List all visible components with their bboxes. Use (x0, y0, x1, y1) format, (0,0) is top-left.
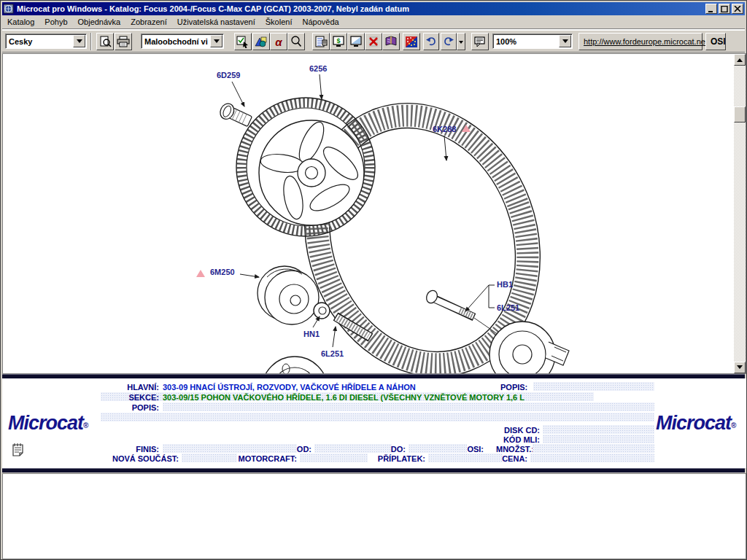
finis-label: FINIS: (97, 445, 159, 454)
nova-soucast-field (182, 454, 237, 462)
order-list-panel (2, 473, 746, 559)
parts-list-button[interactable] (312, 33, 330, 50)
microcat-url-button[interactable]: http://www.fordeurope.microcat.net (578, 33, 703, 50)
menu-bar: Katalog Pohyb Objednávka Zobrazení Uživa… (2, 15, 745, 29)
part-label-hn1[interactable]: HN1 (303, 330, 320, 338)
mnozst-field (533, 444, 654, 453)
view-select-value: Maloobchodní vi (142, 37, 210, 46)
part-label-6k288[interactable]: 6K288 (433, 125, 456, 133)
disk-cd-label: DISK CD: (469, 426, 540, 435)
toolbar: Cesky Maloobchodní vi α $ (2, 30, 745, 52)
timing-belt-diagram: 6D259 6256 6K288 6M250 HN1 6L251 HB1 6L2… (3, 54, 734, 373)
scroll-up-button[interactable] (734, 54, 746, 66)
alpha-icon: α (275, 36, 282, 48)
separator-bar (2, 468, 745, 472)
popis-field-2 (163, 402, 654, 411)
part-info-panel: HLAVNÍ: 303-09 HNACÍ ÚSTROJÍ, ROZVODY, V… (2, 378, 746, 468)
title-bar: Microcat pro Windows - Katalog: Focus 20… (2, 2, 745, 15)
select-pointer-button[interactable] (234, 33, 252, 50)
close-catalog-button[interactable] (365, 33, 382, 50)
menu-napoveda[interactable]: Nápověda (297, 15, 344, 28)
microcat-logo-left: Microcat® (8, 412, 88, 435)
scroll-down-button[interactable] (734, 362, 746, 373)
redo-button[interactable] (441, 33, 457, 50)
price-screen-button[interactable]: $ (330, 33, 347, 50)
arrow-up-icon (737, 55, 743, 62)
part-label-6m250[interactable]: 6M250 (210, 268, 235, 276)
maximize-button[interactable] (719, 4, 730, 14)
kod-mli-label: KÓD MLI: (469, 435, 540, 444)
book-button[interactable] (382, 33, 400, 50)
alpha-index-button[interactable]: α (270, 33, 287, 50)
search-button[interactable] (287, 33, 305, 50)
vertical-scrollbar[interactable] (734, 54, 746, 373)
popis-field-1 (533, 382, 654, 391)
part-label-6256[interactable]: 6256 (309, 64, 327, 73)
popis-label-2: POPIS: (97, 403, 159, 412)
app-window: Microcat pro Windows - Katalog: Focus 20… (0, 0, 747, 560)
zoom-select[interactable]: 100% (492, 34, 573, 49)
motorcraft-field (300, 454, 368, 462)
print-preview-button[interactable] (96, 33, 114, 50)
part-label-hb1[interactable]: HB1 (497, 280, 513, 289)
priplatek-label: PŘÍPLATEK: (367, 454, 425, 463)
toolbar-separator (90, 33, 92, 50)
close-button[interactable] (732, 4, 743, 14)
motorcraft-label: MOTORCRAFT: (233, 454, 297, 463)
menu-objednavka[interactable]: Objednávka (73, 15, 126, 28)
scrollbar-thumb[interactable] (734, 106, 746, 122)
kod-mli-field (543, 435, 654, 443)
do-label: DO: (367, 445, 406, 454)
disk-cd-field (543, 425, 654, 434)
chevron-down-icon[interactable] (210, 35, 222, 47)
empty-field-row (101, 413, 654, 421)
cena-label: CENA: (482, 454, 527, 463)
undo-button[interactable] (423, 33, 439, 50)
diagram-area: 6D259 6256 6K288 6M250 HN1 6L251 HB1 6L2… (2, 53, 746, 374)
view-select[interactable]: Maloobchodní vi (141, 34, 224, 49)
language-select-value: Cesky (6, 37, 73, 46)
popis-label-1: POPIS: (500, 383, 527, 392)
hlavni-value: 303-09 HNACÍ ÚSTROJÍ, ROZVODY, VAČKOVÉ H… (163, 383, 416, 392)
app-icon (4, 4, 14, 14)
part-label-6l251-a[interactable]: 6L251 (321, 349, 344, 358)
comment-button[interactable] (471, 33, 489, 50)
timing-belt-illustration (3, 54, 734, 373)
cena-field (530, 454, 654, 462)
arrow-down-icon (737, 365, 743, 372)
part-label-6d259[interactable]: 6D259 (217, 71, 240, 79)
minimize-button[interactable] (705, 4, 717, 14)
chevron-down-icon[interactable] (73, 35, 85, 47)
osi-button[interactable]: OSI (705, 33, 726, 50)
hlavni-label: HLAVNÍ: (97, 383, 159, 392)
od-label: OD: (272, 445, 311, 454)
svg-text:$: $ (336, 37, 340, 44)
menu-katalog[interactable]: Katalog (2, 15, 39, 28)
language-select[interactable]: Cesky (5, 34, 87, 49)
microcat-logo-right: Microcat® (656, 412, 736, 435)
menu-skoleni[interactable]: Školení (260, 15, 298, 28)
chevron-down-icon[interactable] (559, 35, 571, 47)
menu-uzivatelska-nastaveni[interactable]: Uživatelská nastavení (172, 15, 260, 28)
menu-pohyb[interactable]: Pohyb (39, 15, 72, 28)
sekce-label: SEKCE: (97, 393, 159, 402)
osi-label: OSI: (454, 445, 484, 454)
graphical-index-button[interactable] (252, 33, 270, 50)
nova-soucast-label: NOVÁ SOUČÁST: (104, 454, 179, 463)
sekce-value: 303-09/15 POHON VAČKOVÉHO HŘÍDELE, 1.6 D… (163, 393, 525, 402)
menu-zobrazeni[interactable]: Zobrazení (125, 15, 172, 28)
mnozst-label: MNOŽST.: (496, 445, 534, 454)
window-title: Microcat pro Windows - Katalog: Focus 20… (17, 4, 703, 13)
redo-dropdown-button[interactable] (457, 33, 465, 50)
part-label-6l251-b[interactable]: 6L251 (497, 303, 519, 312)
zoom-select-value: 100% (493, 37, 559, 46)
print-button[interactable] (115, 33, 132, 50)
notes-icon[interactable] (11, 443, 26, 459)
monitor-button[interactable] (347, 33, 365, 50)
flag-button[interactable] (403, 33, 420, 50)
attention-triangle-icon (196, 270, 205, 277)
